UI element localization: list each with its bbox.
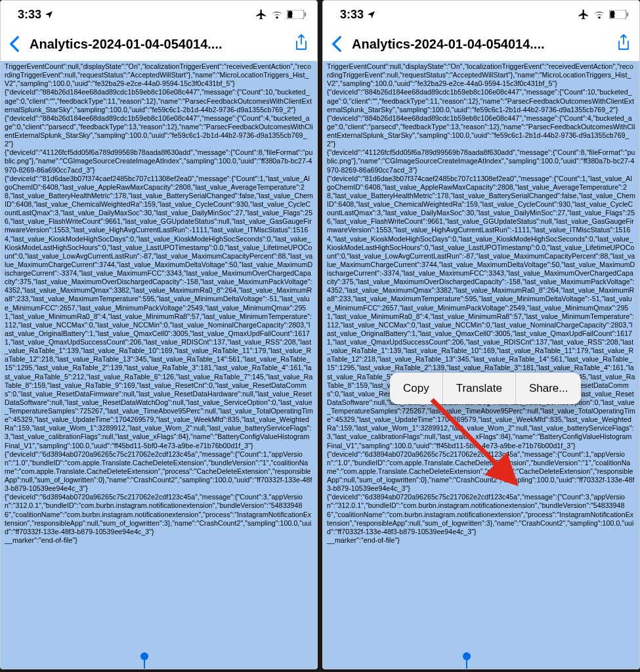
status-clock: 3:33 xyxy=(340,8,364,22)
context-menu-copy[interactable]: Copy xyxy=(390,373,443,404)
wifi-icon xyxy=(271,10,283,19)
context-menu-translate[interactable]: Translate xyxy=(443,373,516,404)
wifi-icon xyxy=(593,10,605,19)
battery-icon: 28 xyxy=(287,10,307,19)
selection-handle[interactable] xyxy=(140,652,148,660)
phone-left: 3:33 28 Analyti xyxy=(0,0,318,669)
page-title: Analytics-2024-01-04-054014.... xyxy=(347,37,608,52)
airplane-icon xyxy=(255,9,267,20)
battery-percent: 28 xyxy=(609,10,626,19)
context-menu-share[interactable]: Share... xyxy=(516,373,582,404)
share-button[interactable] xyxy=(616,33,631,54)
svg-rect-1 xyxy=(305,12,306,16)
back-button[interactable] xyxy=(331,35,343,52)
json-body[interactable]: TriggerEventCount":null,"displayState":"… xyxy=(327,62,635,545)
status-bar: 3:33 28 xyxy=(323,1,639,28)
page-title: Analytics-2024-01-04-054014.... xyxy=(24,37,286,52)
location-icon xyxy=(366,10,376,20)
phone-right: 3:33 28 Analyti xyxy=(322,0,640,669)
svg-rect-4 xyxy=(627,12,628,16)
share-button[interactable] xyxy=(293,33,309,54)
airplane-icon xyxy=(578,9,589,20)
battery-percent: 28 xyxy=(287,10,304,19)
battery-icon: 28 xyxy=(609,10,629,19)
back-button[interactable] xyxy=(9,35,20,52)
file-content[interactable]: TriggerEventCount":null,"displayState":"… xyxy=(323,61,639,669)
nav-bar: Analytics-2024-01-04-054014.... xyxy=(323,28,639,60)
nav-bar: Analytics-2024-01-04-054014.... xyxy=(1,28,317,60)
selection-handle[interactable] xyxy=(463,652,471,660)
location-icon xyxy=(44,10,54,20)
context-menu: Copy Translate Share... xyxy=(390,373,581,404)
file-content[interactable]: TriggerEventCount":null,"displayState":"… xyxy=(1,61,317,669)
status-clock: 3:33 xyxy=(18,8,41,22)
status-bar: 3:33 28 xyxy=(1,1,317,28)
json-body[interactable]: TriggerEventCount":null,"displayState":"… xyxy=(5,62,313,545)
